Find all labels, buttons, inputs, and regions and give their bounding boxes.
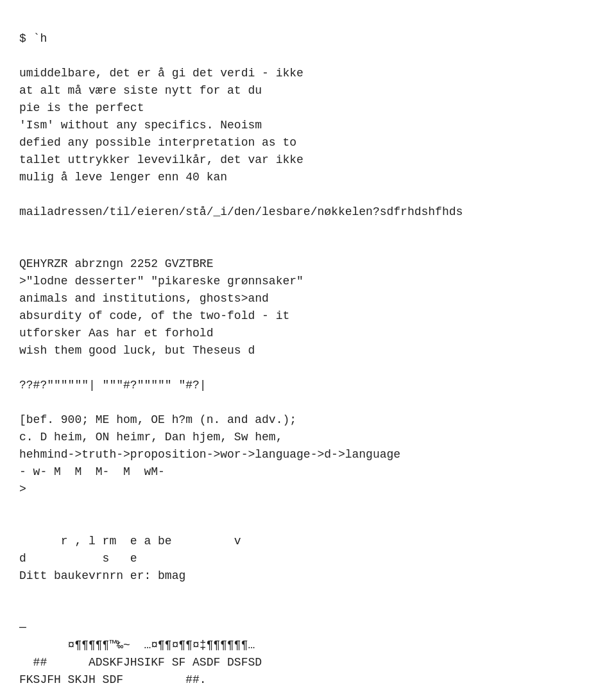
text-line: ─ (19, 619, 597, 637)
text-line: utforsker Aas har et forhold (19, 325, 597, 342)
empty-line (19, 498, 597, 515)
empty-line (19, 238, 597, 255)
text-line: > (19, 481, 597, 498)
text-line: umiddelbare, det er å gi det verdi - ikk… (19, 65, 597, 82)
text-line: $ `h (19, 30, 597, 47)
text-line: tallet uttrykker levevilkår, det var ikk… (19, 151, 597, 169)
text-line: ## ADSKFJHSIKF SF ASDF DSFSD (19, 654, 597, 671)
empty-line (19, 585, 597, 602)
main-content: $ `humiddelbare, det er å gi det verdi -… (19, 13, 597, 690)
text-line: c. D heim, ON heimr, Dan hjem, Sw hem, (19, 429, 597, 446)
text-line: wish them good luck, but Theseus d (19, 342, 597, 359)
text-line: - w- M M M- M wM- (19, 463, 597, 481)
empty-line (19, 602, 597, 619)
text-line: [bef. 900; ME hom, OE h?m (n. and adv.); (19, 411, 597, 429)
empty-line (19, 221, 597, 238)
text-line: ¤¶¶¶¶¶™‰~ …¤¶¶¤¶¶¤‡¶¶¶¶¶¶… (19, 637, 597, 654)
text-line: mulig å leve lenger enn 40 kan (19, 169, 597, 186)
text-line: r , l rm e a be v (19, 533, 597, 550)
text-line: pie is the perfect (19, 99, 597, 117)
text-line: QEHYRZR abrzngn 2252 GVZTBRE (19, 255, 597, 273)
text-line: ??#?""""""| """#?""""" "#?| (19, 377, 597, 394)
text-line: defied any possible interpretation as to (19, 134, 597, 151)
text-line: d s e (19, 550, 597, 567)
text-line: at alt må være siste nytt for at du (19, 82, 597, 99)
empty-line (19, 515, 597, 533)
empty-line (19, 394, 597, 411)
empty-line (19, 186, 597, 203)
empty-line (19, 359, 597, 377)
text-line: Ditt baukevrnrn er: bmag (19, 567, 597, 585)
text-line: animals and institutions, ghosts>and (19, 290, 597, 307)
empty-line (19, 47, 597, 65)
text-line: FKSJFH SKJH SDF ##. (19, 671, 597, 689)
text-line: absurdity of code, of the two-fold - it (19, 307, 597, 325)
text-line: 'Ism' without any specifics. Neoism (19, 117, 597, 134)
text-line: hehmind->truth->proposition->wor->langua… (19, 446, 597, 463)
text-line: >"lodne desserter" "pikareske grønnsaker… (19, 273, 597, 290)
text-line: mailadressen/til/eieren/stå/_i/den/lesba… (19, 203, 597, 221)
